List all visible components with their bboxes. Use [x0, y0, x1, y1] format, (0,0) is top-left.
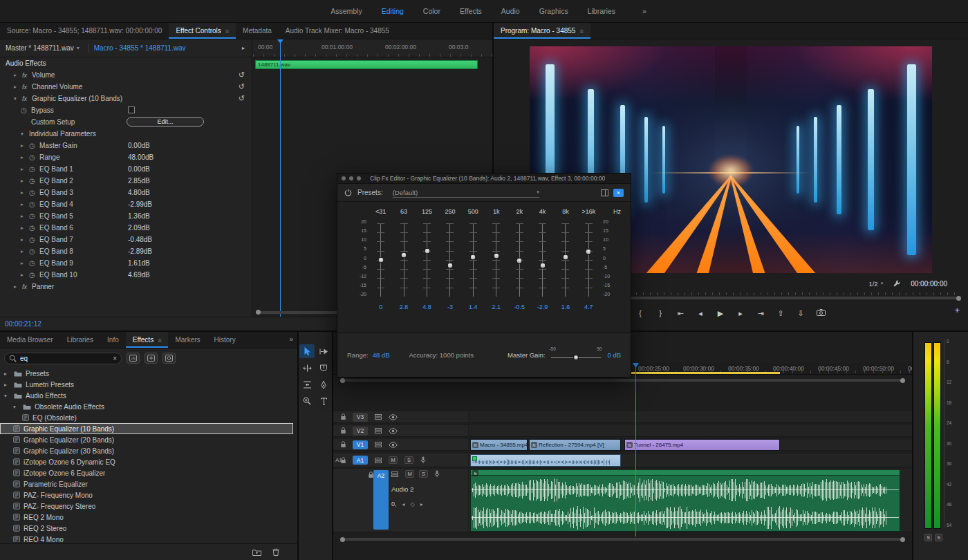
band-slider[interactable] [400, 223, 408, 297]
expander-icon[interactable]: ▸ [21, 166, 29, 172]
expander-icon[interactable]: ▸ [14, 72, 22, 78]
mini-timeline-ruler[interactable]: 00:0000:01:00:0000:02:00:0000:03:0 [253, 39, 492, 57]
workspace-tab-libraries[interactable]: Libraries [579, 4, 624, 18]
expander-icon[interactable]: ▸ [21, 189, 29, 196]
window-zoom-circle[interactable] [357, 176, 361, 180]
panel-overflow-icon[interactable]: » [289, 335, 293, 343]
window-minimize-circle[interactable] [349, 176, 353, 180]
solo-left-button[interactable]: S [924, 534, 932, 541]
timeline-view-toggle-icon[interactable]: ▸ [242, 45, 245, 51]
tree-folder-audio-effects[interactable]: ▾Audio Effects [0, 390, 293, 401]
effect-row-panner[interactable]: ▸ fx Panner [0, 281, 252, 292]
playhead[interactable] [635, 363, 636, 536]
band-slider[interactable] [539, 223, 546, 297]
go-to-out-button[interactable]: ⇥ [756, 309, 765, 318]
stopwatch-icon[interactable]: ◷ [29, 224, 39, 232]
param-value[interactable]: 1.36dB [128, 212, 150, 220]
tree-folder-obsolete-audio-effects[interactable]: ▾Obsolete Audio Effects [0, 401, 293, 412]
reset-effect-icon[interactable]: ↺ [239, 94, 245, 103]
voiceover-mic-icon[interactable] [420, 456, 426, 464]
effect-row-volume[interactable]: ▸ fx Volume ↺ [0, 69, 252, 81]
sync-lock-icon[interactable] [375, 457, 382, 464]
lock-icon[interactable] [340, 441, 346, 448]
expander-icon[interactable]: ▸ [21, 260, 29, 266]
expander-icon[interactable]: ▸ [21, 142, 29, 149]
expander-icon[interactable]: ▸ [14, 283, 22, 290]
clip-fx-editor-dialog[interactable]: Clip Fx Editor - Graphic Equalizer (10 B… [337, 173, 631, 377]
expander-icon[interactable]: ▸ [21, 154, 29, 160]
playhead[interactable] [280, 39, 281, 317]
master-gain-thumb[interactable] [573, 355, 579, 360]
individual-parameters-row[interactable]: ▾ Individual Parameters [0, 128, 252, 140]
search-box[interactable]: × [4, 353, 122, 364]
tab-effects[interactable]: Effects≡ [126, 332, 169, 348]
workspace-overflow-icon[interactable]: » [642, 7, 646, 15]
tree-effect-parametric-equalizer[interactable]: Parametric Equalizer [0, 478, 293, 489]
expander-icon[interactable]: ▾ [14, 95, 22, 102]
zoom-level-dropdown[interactable]: 1/2 ▾ [868, 280, 883, 288]
solo-button[interactable]: S [419, 470, 428, 478]
band-slider-thumb[interactable] [493, 253, 499, 259]
param-value[interactable]: 0.00dB [128, 142, 150, 149]
workspace-tab-assembly[interactable]: Assembly [322, 4, 371, 18]
search-input[interactable] [20, 355, 109, 362]
solo-right-button[interactable]: S [935, 534, 942, 541]
band-slider[interactable] [446, 223, 454, 297]
pen-tool[interactable] [316, 377, 331, 391]
solo-button[interactable]: S [404, 456, 413, 464]
expander-icon[interactable]: ▸ [14, 84, 22, 90]
panel-menu-icon[interactable]: ≡ [225, 28, 229, 35]
stopwatch-icon[interactable]: ◷ [29, 142, 39, 149]
tree-effect-req-2-mono[interactable]: REQ 2 Mono [0, 512, 293, 523]
current-timecode[interactable]: 00:00:21:12 [5, 320, 41, 328]
slip-tool[interactable] [299, 377, 315, 391]
mark-out-button[interactable]: } [656, 309, 664, 317]
mute-button[interactable]: M [405, 470, 414, 478]
tab-media-browser[interactable]: Media Browser [0, 332, 60, 348]
previous-keyframe-icon[interactable]: ◂ [402, 501, 405, 507]
stopwatch-icon[interactable]: ◷ [29, 153, 39, 161]
tab-libraries[interactable]: Libraries [60, 332, 100, 348]
master-clip-dropdown[interactable]: Master * 1488711.wav [6, 44, 74, 52]
step-back-button[interactable]: ◂ [696, 309, 705, 318]
stopwatch-icon[interactable]: ◷ [29, 236, 39, 243]
expander-icon[interactable]: ▸ [21, 201, 29, 207]
band-slider[interactable] [561, 223, 569, 297]
timeline-clip[interactable]: fxTunnel - 26475.mp4 [624, 439, 780, 451]
track-select-forward-tool[interactable] [316, 344, 331, 358]
band-slider-thumb[interactable] [562, 254, 568, 260]
workspace-tab-color[interactable]: Color [414, 4, 449, 18]
band-slider-thumb[interactable] [447, 262, 453, 268]
panel-menu-icon[interactable]: ≡ [158, 337, 161, 344]
stopwatch-icon[interactable]: ◷ [29, 200, 39, 208]
stopwatch-icon[interactable]: ◷ [29, 271, 39, 279]
panel-menu-icon[interactable]: ≡ [579, 28, 583, 35]
band-slider-thumb[interactable] [539, 262, 546, 268]
track-target-v2[interactable]: V2 [353, 427, 368, 436]
expander-icon[interactable]: ▸ [21, 272, 29, 278]
type-tool[interactable] [316, 394, 331, 408]
band-slider-thumb[interactable] [424, 248, 430, 254]
stopwatch-icon[interactable]: ◷ [29, 248, 39, 255]
tree-effect-req-2-stereo[interactable]: REQ 2 Stereo [0, 523, 293, 534]
param-value[interactable]: 4.80dB [128, 189, 150, 196]
param-value[interactable]: -2.89dB [128, 248, 152, 255]
zoom-tool[interactable] [299, 394, 315, 408]
stopwatch-icon[interactable]: ◷ [29, 165, 39, 173]
band-slider-thumb[interactable] [586, 248, 592, 254]
reset-effect-icon[interactable]: ↺ [239, 71, 245, 80]
filter-yuv-effects-button[interactable] [162, 353, 176, 364]
stopwatch-icon[interactable]: ◷ [29, 259, 39, 267]
dialog-titlebar[interactable]: Clip Fx Editor - Graphic Equalizer (10 B… [337, 174, 631, 184]
eye-icon[interactable] [389, 414, 398, 420]
band-slider[interactable] [516, 223, 523, 297]
reset-effect-icon[interactable]: ↺ [239, 82, 245, 91]
delete-icon[interactable] [272, 548, 279, 556]
band-slider[interactable] [423, 223, 431, 297]
filter-accelerated-effects-button[interactable] [127, 353, 140, 364]
range-value[interactable]: 48 dB [373, 351, 390, 359]
ripple-edit-tool[interactable] [299, 361, 315, 375]
expander-icon[interactable]: ▸ [21, 213, 29, 219]
track-target-v3[interactable]: V3 [353, 413, 368, 422]
expander-icon[interactable]: ▾ [4, 393, 10, 399]
